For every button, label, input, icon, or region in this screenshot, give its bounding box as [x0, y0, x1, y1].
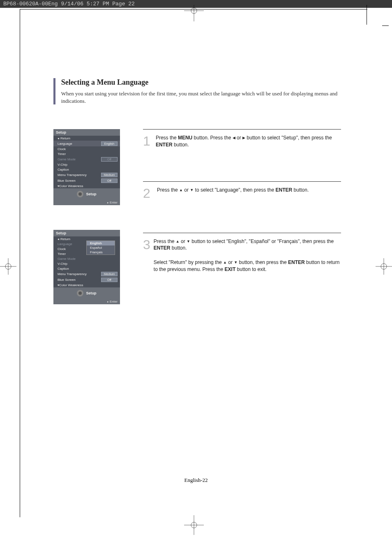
step-number: 2 — [143, 187, 154, 200]
t: button to select "Setup", then press the — [245, 135, 332, 141]
gear-icon — [77, 191, 83, 197]
value: Off — [101, 157, 118, 162]
page-content: Selecting a Menu Language When you start… — [53, 78, 341, 329]
osd-return-label: Return — [60, 137, 118, 140]
label: Menu Transparency — [58, 173, 101, 177]
section-title: Selecting a Menu Language — [61, 78, 341, 87]
osd-caption-row: Caption — [53, 167, 120, 172]
osd-gamemode-row: Game ModeOff — [53, 156, 120, 162]
osd-clock-row: Clock — [53, 146, 120, 151]
enter-key: ENTER — [154, 245, 171, 251]
value: English — [101, 141, 118, 146]
osd-menutrans-row: Menu TransparencyMedium — [53, 271, 120, 277]
label: Language — [58, 142, 101, 146]
label: Caption — [58, 267, 118, 271]
osd-column: Setup Return LanguageEnglish Clock Timer… — [53, 129, 123, 329]
t: button. — [173, 142, 189, 148]
osd-colorweakness-row: Color Weakness — [53, 183, 120, 188]
osd-timer-row: Timer — [53, 151, 120, 156]
registration-mark-right — [376, 258, 392, 275]
label: Caption — [58, 168, 118, 171]
osd-setup-menu-languages: Setup Return Language Clock Timer Game M… — [53, 230, 120, 304]
section-intro: When you start using your television for… — [61, 90, 341, 104]
down-arrow-icon: ▼ — [187, 239, 190, 244]
step-text: Press the ▲ or ▼ to select "Language", t… — [157, 187, 309, 200]
step-1: 1 Press the MENU button. Press the ◀ or … — [143, 129, 341, 148]
t: button to exit. — [235, 266, 266, 272]
registration-mark-bottom — [184, 515, 204, 535]
t: button. — [292, 187, 309, 193]
osd-vchip-row: V-Chip — [53, 261, 120, 266]
t: or — [180, 238, 187, 244]
label: Game Mode — [58, 157, 101, 161]
gear-icon — [77, 290, 83, 296]
lang-option-english: English — [87, 241, 115, 245]
t: button. — [170, 245, 187, 251]
crop-mark — [382, 25, 389, 26]
osd-return: Return — [53, 136, 120, 141]
osd-label-band: Setup — [53, 287, 120, 299]
instructions-column: 1 Press the MENU button. Press the ◀ or … — [143, 129, 341, 329]
section-header: Selecting a Menu Language When you start… — [53, 78, 341, 104]
step-number: 1 — [143, 134, 152, 148]
label: Color Weakness — [59, 283, 118, 287]
value: Off — [101, 278, 118, 282]
value: Off — [101, 178, 118, 183]
down-arrow-icon: ▼ — [190, 187, 194, 193]
osd-colorweakness-row: Color Weakness — [53, 282, 120, 287]
osd-bluescreen-row: Blue ScreenOff — [53, 277, 120, 282]
value: Medium — [101, 173, 118, 177]
osd-footer: Enter — [53, 299, 120, 304]
right-arrow-icon: ▶ — [242, 135, 245, 141]
t: Press the — [156, 135, 178, 141]
osd-setup-menu: Setup Return LanguageEnglish Clock Timer… — [53, 129, 120, 205]
menu-key: MENU — [178, 135, 192, 141]
t: Select "Return" by pressing the — [154, 259, 223, 265]
osd-title: Setup — [53, 230, 120, 236]
step-2: 2 Press the ▲ or ▼ to select "Language",… — [143, 181, 341, 200]
t: button to select "English", "Español" or… — [190, 238, 334, 244]
label: Clock — [58, 147, 118, 151]
osd-menutrans-row: Menu TransparencyMedium — [53, 172, 120, 178]
registration-mark-left — [0, 258, 16, 275]
enter-key: ENTER — [276, 187, 293, 193]
step-text-return: Select "Return" by pressing the ▲ or ▼ b… — [154, 259, 341, 273]
language-dropdown: English Español Français — [86, 241, 115, 255]
label: Menu Transparency — [58, 272, 101, 276]
osd-gamemode-row: Game Mode — [53, 256, 120, 261]
lang-option-espanol: Español — [87, 245, 115, 250]
label: Color Weakness — [59, 184, 118, 188]
step-text: Press the ▲ or ▼ button to select "Engli… — [154, 238, 341, 273]
exit-key: EXIT — [225, 266, 236, 272]
t: or — [183, 187, 190, 193]
page-number: English-22 — [0, 477, 392, 484]
osd-label: Setup — [86, 192, 96, 196]
lang-option-francais: Français — [87, 250, 115, 255]
accent-bar — [53, 78, 55, 104]
enter-key: ENTER — [156, 142, 173, 148]
step-text: Press the MENU button. Press the ◀ or ▶ … — [156, 134, 341, 148]
label: Blue Screen — [58, 179, 101, 183]
osd-title: Setup — [53, 129, 120, 136]
t: Press the — [157, 187, 179, 193]
label: Game Mode — [58, 257, 118, 261]
label: Blue Screen — [58, 278, 101, 282]
t: Press the — [154, 238, 176, 244]
step-3: 3 Press the ▲ or ▼ button to select "Eng… — [143, 233, 341, 273]
t: or — [235, 135, 242, 141]
label: V-Chip — [58, 262, 118, 266]
left-arrow-icon: ◀ — [233, 135, 235, 141]
t: to select "Language", then press the — [194, 187, 275, 193]
osd-footer: Enter — [53, 200, 120, 205]
label: V-Chip — [58, 163, 118, 167]
osd-language-row-selected: LanguageEnglish — [53, 141, 120, 146]
steps-area: Setup Return LanguageEnglish Clock Timer… — [53, 129, 341, 329]
osd-caption-row: Caption — [53, 266, 120, 271]
step-number: 3 — [143, 238, 150, 273]
up-arrow-icon: ▲ — [179, 187, 183, 193]
label: Timer — [58, 152, 118, 156]
enter-key: ENTER — [288, 259, 305, 265]
osd-vchip-row: V-Chip — [53, 162, 120, 167]
up-arrow-icon: ▲ — [176, 239, 180, 244]
value: Medium — [101, 272, 118, 276]
